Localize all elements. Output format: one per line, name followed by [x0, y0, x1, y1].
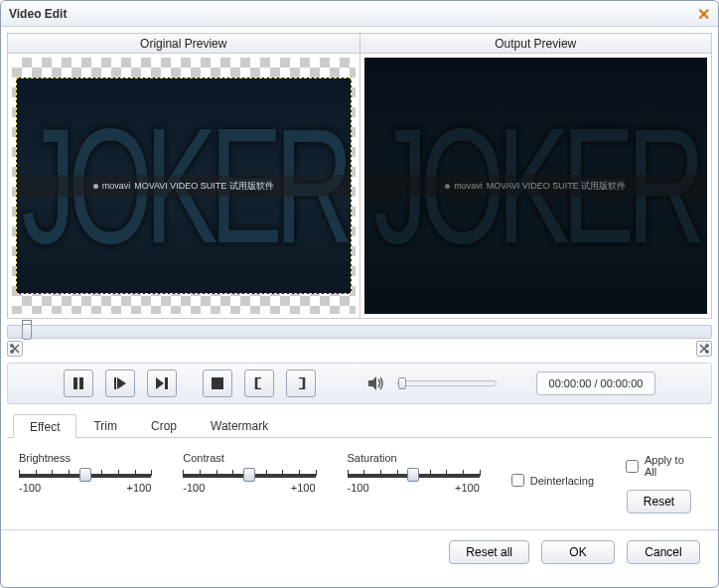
- apply-all-checkbox[interactable]: [626, 460, 639, 473]
- cancel-button[interactable]: Cancel: [627, 540, 700, 564]
- watermark-suffix: MOVAVI VIDEO SUITE 试用版软件: [134, 180, 274, 193]
- play-button[interactable]: [105, 369, 135, 397]
- video-edit-window: Video Edit ✕ Original Preview Output Pre…: [0, 0, 719, 588]
- effect-panel: Brightness -100 +100 Contrast: [7, 438, 712, 523]
- original-frame: JOKER movavi MOVAVI VIDEO SUITE 试用版软件: [16, 77, 352, 294]
- original-preview-header: Original Preview: [8, 34, 360, 54]
- bracket-left-icon: [253, 377, 265, 389]
- effect-right-column: Apply to All Reset: [626, 452, 700, 514]
- tab-watermark[interactable]: Watermark: [194, 413, 285, 437]
- saturation-slider[interactable]: [348, 474, 480, 478]
- trim-start-button[interactable]: [7, 341, 23, 357]
- brand-dot-icon: [93, 184, 98, 189]
- brightness-slider[interactable]: [19, 474, 151, 478]
- volume-knob[interactable]: [398, 377, 406, 389]
- saturation-max: +100: [455, 482, 480, 494]
- svg-marker-11: [368, 376, 376, 390]
- apply-all-label: Apply to All: [645, 454, 692, 478]
- time-display: 00:00:00 / 00:00:00: [536, 371, 655, 395]
- contrast-max: +100: [291, 482, 316, 494]
- brightness-knob[interactable]: [79, 468, 91, 482]
- scissors-icon: [699, 344, 709, 354]
- pause-button[interactable]: [64, 369, 93, 397]
- svg-marker-8: [156, 377, 164, 389]
- tab-bar: Effect Trim Crop Watermark: [7, 412, 712, 438]
- saturation-label: Saturation: [348, 452, 480, 464]
- watermark-strip: movavi MOVAVI VIDEO SUITE 试用版软件: [17, 175, 351, 197]
- content-area: Original Preview Output Preview JOKER mo…: [1, 27, 718, 529]
- volume-icon: [367, 374, 385, 392]
- window-title: Video Edit: [9, 7, 67, 21]
- reset-button[interactable]: Reset: [627, 490, 691, 514]
- ok-button[interactable]: OK: [541, 540, 615, 564]
- contrast-knob[interactable]: [243, 468, 255, 482]
- svg-rect-5: [79, 377, 83, 389]
- tab-trim[interactable]: Trim: [76, 413, 134, 437]
- svg-rect-4: [73, 377, 77, 389]
- stop-icon: [212, 377, 223, 389]
- step-forward-button[interactable]: [147, 369, 177, 397]
- apply-all-row: Apply to All: [626, 454, 692, 478]
- step-forward-icon: [156, 377, 168, 389]
- titlebar: Video Edit ✕: [1, 1, 718, 27]
- brightness-label: Brightness: [19, 452, 151, 464]
- deinterlacing-checkbox[interactable]: [511, 474, 524, 487]
- output-frame: JOKER movavi MOVAVI VIDEO SUITE 试用版软件: [364, 58, 708, 314]
- scissors-icon: [10, 344, 20, 354]
- contrast-group: Contrast -100 +100: [183, 452, 315, 494]
- contrast-slider[interactable]: [183, 474, 315, 478]
- tab-crop[interactable]: Crop: [134, 413, 194, 437]
- output-preview-cell: JOKER movavi MOVAVI VIDEO SUITE 试用版软件: [360, 54, 712, 319]
- transport-controls: 00:00:00 / 00:00:00: [7, 363, 712, 404]
- deinterlacing-row: Deinterlacing: [511, 474, 594, 487]
- brightness-group: Brightness -100 +100: [19, 452, 151, 494]
- watermark-brand: movavi: [454, 181, 483, 191]
- trim-end-button[interactable]: [696, 341, 712, 357]
- tab-effect[interactable]: Effect: [13, 414, 76, 438]
- trim-markers-row: [7, 341, 712, 357]
- watermark-strip: movavi MOVAVI VIDEO SUITE 试用版软件: [364, 175, 708, 197]
- close-icon[interactable]: ✕: [694, 5, 712, 23]
- brightness-min: -100: [19, 482, 41, 494]
- saturation-knob[interactable]: [407, 468, 419, 482]
- contrast-label: Contrast: [183, 452, 315, 464]
- saturation-group: Saturation -100 +100: [348, 452, 480, 494]
- svg-marker-7: [117, 377, 126, 389]
- deinterlacing-label: Deinterlacing: [530, 475, 594, 487]
- time-current: 00:00:00: [549, 377, 592, 389]
- svg-rect-9: [165, 377, 168, 389]
- mark-out-button[interactable]: [286, 369, 316, 397]
- brightness-max: +100: [126, 482, 151, 494]
- svg-rect-6: [114, 377, 116, 389]
- volume-slider[interactable]: [397, 380, 497, 386]
- output-preview-canvas: JOKER movavi MOVAVI VIDEO SUITE 试用版软件: [364, 58, 708, 314]
- brand-dot-icon: [445, 184, 450, 189]
- play-icon: [114, 377, 126, 389]
- dialog-footer: Reset all OK Cancel: [1, 529, 718, 574]
- reset-all-button[interactable]: Reset all: [449, 540, 529, 564]
- original-preview-cell: JOKER movavi MOVAVI VIDEO SUITE 试用版软件: [8, 54, 360, 319]
- time-total: 00:00:00: [601, 377, 644, 389]
- contrast-min: -100: [183, 482, 205, 494]
- mark-in-button[interactable]: [244, 369, 274, 397]
- stop-button[interactable]: [203, 369, 232, 397]
- timeline-slider[interactable]: [7, 325, 712, 339]
- watermark-suffix: MOVAVI VIDEO SUITE 试用版软件: [487, 180, 627, 193]
- preview-table: Original Preview Output Preview JOKER mo…: [7, 33, 712, 319]
- saturation-min: -100: [348, 482, 369, 494]
- svg-rect-10: [212, 377, 223, 389]
- output-preview-header: Output Preview: [360, 34, 712, 54]
- original-preview-canvas[interactable]: JOKER movavi MOVAVI VIDEO SUITE 试用版软件: [12, 58, 356, 314]
- pause-icon: [72, 377, 84, 389]
- watermark-brand: movavi: [102, 181, 131, 191]
- bracket-right-icon: [295, 377, 307, 389]
- timeline-thumb[interactable]: [22, 324, 32, 340]
